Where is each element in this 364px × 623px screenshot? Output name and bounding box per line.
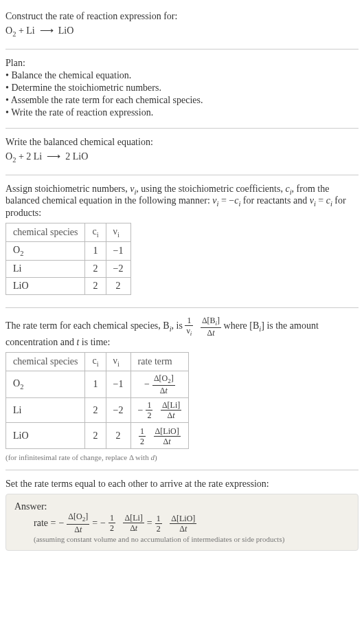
vi-cell: −1 bbox=[106, 241, 130, 260]
plan-item: • Determine the stoichiometric numbers. bbox=[5, 83, 359, 94]
table-row: LiO 2 2 12 Δ[LiO]Δt bbox=[6, 423, 189, 449]
plan-item: • Assemble the rate term for each chemic… bbox=[5, 95, 359, 106]
rate-term-section: The rate term for each chemical species,… bbox=[5, 311, 359, 468]
rate-cell: −12 Δ[Li]Δt bbox=[130, 398, 189, 423]
ci-cell: 2 bbox=[85, 260, 106, 277]
vi-cell: −1 bbox=[106, 371, 130, 397]
balanced-section: Write the balanced chemical equation: O2… bbox=[5, 131, 359, 172]
frac-delta-b: Δ[Bi] Δt bbox=[201, 316, 221, 337]
ci-cell: 1 bbox=[85, 241, 106, 260]
rate-cell: 12 Δ[LiO]Δt bbox=[130, 423, 189, 449]
col-header: chemical species bbox=[6, 353, 85, 371]
col-header: ci bbox=[85, 353, 106, 371]
species-cell: O2 bbox=[6, 371, 85, 397]
divider bbox=[5, 128, 359, 129]
table-header-row: chemical species ci νi rate term bbox=[6, 353, 189, 371]
rate-cell: −Δ[O2]Δt bbox=[130, 371, 189, 397]
ci-cell: 2 bbox=[85, 423, 106, 449]
col-header: ci bbox=[85, 223, 106, 242]
final-section: Set the rate terms equal to each other t… bbox=[5, 473, 359, 556]
rate-label: rate = bbox=[34, 518, 56, 529]
unbalanced-equation: O2 + Li ⟶ LiO bbox=[5, 25, 359, 38]
species-cell: LiO bbox=[6, 277, 85, 294]
species-cell: Li bbox=[6, 260, 85, 277]
ci-cell: 2 bbox=[85, 277, 106, 294]
species-cell: O2 bbox=[6, 241, 85, 260]
ci-cell: 1 bbox=[85, 371, 106, 397]
frac-one-over-nu: 1 νi bbox=[185, 316, 193, 337]
rate-term-paragraph: The rate term for each chemical species,… bbox=[5, 316, 359, 348]
balanced-title: Write the balanced chemical equation: bbox=[5, 137, 359, 148]
assumption-note: (assuming constant volume and no accumul… bbox=[14, 535, 350, 543]
infinitesimal-note: (for infinitesimal rate of change, repla… bbox=[5, 453, 359, 461]
prompt-text: Construct the rate of reaction expressio… bbox=[5, 11, 359, 22]
vi-cell: 2 bbox=[106, 277, 130, 294]
vi-cell: −2 bbox=[106, 260, 130, 277]
table-row: LiO 2 2 bbox=[6, 277, 131, 294]
assign-paragraph: Assign stoichiometric numbers, νi, using… bbox=[5, 184, 359, 219]
final-title: Set the rate terms equal to each other t… bbox=[5, 479, 359, 490]
divider bbox=[5, 307, 359, 308]
table-row: Li 2 −2 bbox=[6, 260, 131, 277]
table-row: O2 1 −1 bbox=[6, 241, 131, 260]
para-pre: The rate term for each chemical species,… bbox=[5, 320, 185, 331]
plan-title: Plan: bbox=[5, 58, 359, 69]
answer-box: Answer: rate = −Δ[O2]Δt = −12 Δ[Li]Δt = … bbox=[5, 494, 359, 550]
assign-section: Assign stoichiometric numbers, νi, using… bbox=[5, 178, 359, 305]
vi-cell: 2 bbox=[106, 423, 130, 449]
species-cell: LiO bbox=[6, 423, 85, 449]
stoich-table: chemical species ci νi O2 1 −1 Li 2 −2 L… bbox=[5, 223, 131, 295]
ci-cell: 2 bbox=[85, 398, 106, 423]
col-header: rate term bbox=[130, 353, 189, 371]
divider bbox=[5, 49, 359, 50]
table-row: Li 2 −2 −12 Δ[Li]Δt bbox=[6, 398, 189, 423]
balanced-equation: O2 + 2 Li ⟶ 2 LiO bbox=[5, 151, 359, 164]
table-row: O2 1 −1 −Δ[O2]Δt bbox=[6, 371, 189, 397]
rate-term-table: chemical species ci νi rate term O2 1 −1… bbox=[5, 352, 189, 449]
species-cell: Li bbox=[6, 398, 85, 423]
rate-expression: rate = −Δ[O2]Δt = −12 Δ[Li]Δt = 12 Δ[LiO… bbox=[34, 512, 196, 533]
plan-item: • Write the rate of reaction expression. bbox=[5, 107, 359, 118]
table-header-row: chemical species ci νi bbox=[6, 223, 131, 242]
divider bbox=[5, 470, 359, 470]
col-header: νi bbox=[106, 223, 130, 242]
col-header: νi bbox=[106, 353, 130, 371]
col-header: chemical species bbox=[6, 223, 85, 242]
vi-cell: −2 bbox=[106, 398, 130, 423]
problem-header: Construct the rate of reaction expressio… bbox=[5, 6, 359, 46]
plan-section: Plan: • Balance the chemical equation. •… bbox=[5, 52, 359, 125]
divider bbox=[5, 175, 359, 175]
rate-expression-line: rate = −Δ[O2]Δt = −12 Δ[Li]Δt = 12 Δ[LiO… bbox=[14, 512, 350, 533]
answer-label: Answer: bbox=[14, 501, 350, 512]
plan-item: • Balance the chemical equation. bbox=[5, 70, 359, 81]
